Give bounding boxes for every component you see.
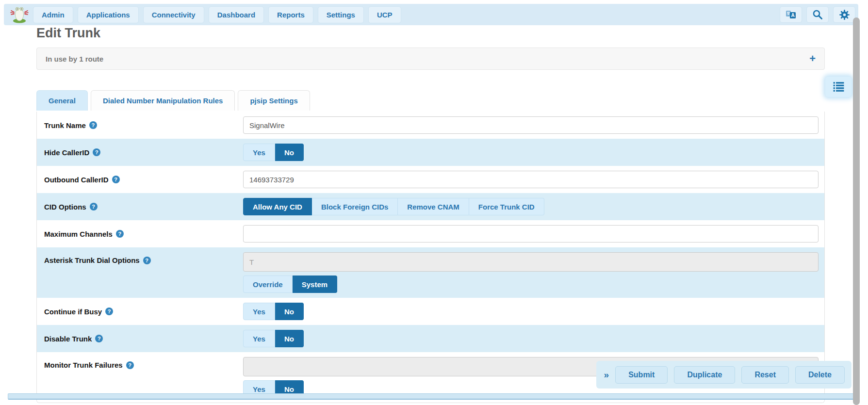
help-icon[interactable]: ? [95, 335, 103, 342]
nav-item-ucp[interactable]: UCP [368, 6, 401, 23]
top-navbar: Admin Applications Connectivity Dashboar… [4, 4, 858, 25]
cid-options-label: CID Options [44, 203, 86, 211]
help-icon[interactable]: ? [112, 176, 120, 183]
disable-trunk-label: Disable Trunk [44, 335, 92, 343]
freepbx-frog-logo[interactable] [10, 5, 29, 24]
help-icon[interactable]: ? [89, 121, 97, 129]
dial-options-toggle: Override System [243, 275, 819, 293]
submit-button[interactable]: Submit [615, 366, 668, 384]
maximum-channels-label: Maximum Channels [44, 230, 113, 238]
trunk-name-label: Trunk Name [44, 121, 86, 130]
gear-icon [838, 9, 851, 21]
disable-trunk-no-button[interactable]: No [275, 330, 304, 347]
dial-options-input [243, 252, 819, 272]
trunk-tabs: General Dialed Number Manipulation Rules… [36, 90, 310, 111]
general-tab-panel: Trunk Name ? Hide CallerID ? Yes No Outb… [36, 112, 825, 403]
cid-block-foreign-button[interactable]: Block Foreign CIDs [312, 198, 398, 215]
help-icon[interactable]: ? [105, 308, 113, 315]
language-button[interactable]: A [780, 6, 802, 23]
maximum-channels-row: Maximum Channels ? [37, 220, 824, 247]
continue-if-busy-row: Continue if Busy ? Yes No [37, 298, 824, 325]
freepbx-edit-trunk-page: Admin Applications Connectivity Dashboar… [0, 0, 868, 405]
hide-callerid-no-button[interactable]: No [275, 144, 304, 161]
cid-remove-cnam-button[interactable]: Remove CNAM [398, 198, 469, 215]
duplicate-button[interactable]: Duplicate [674, 366, 735, 384]
trunk-name-input[interactable] [243, 116, 819, 134]
dial-options-system-button[interactable]: System [293, 275, 337, 293]
help-icon[interactable]: ? [116, 230, 124, 238]
nav-item-settings[interactable]: Settings [318, 6, 364, 23]
side-list-toggle[interactable] [825, 77, 852, 97]
outbound-callerid-row: Outbound CallerID ? [37, 166, 824, 193]
hide-callerid-row: Hide CallerID ? Yes No [37, 139, 824, 166]
help-icon[interactable]: ? [126, 361, 134, 369]
action-bar: » Submit Duplicate Reset Delete [596, 361, 852, 389]
expand-plus-icon[interactable]: + [809, 53, 816, 64]
dial-options-row: Asterisk Trunk Dial Options ? Override S… [37, 247, 824, 298]
continue-if-busy-no-button[interactable]: No [275, 303, 304, 320]
cid-allow-any-button[interactable]: Allow Any CID [243, 198, 312, 215]
help-icon[interactable]: ? [143, 257, 151, 264]
cid-options-toggle: Allow Any CID Block Foreign CIDs Remove … [243, 198, 544, 215]
language-icon: A [785, 9, 797, 20]
outbound-callerid-label: Outbound CallerID [44, 176, 109, 184]
outbound-callerid-input[interactable] [243, 171, 819, 188]
usage-panel[interactable]: In use by 1 route + [36, 48, 825, 70]
delete-button[interactable]: Delete [795, 366, 845, 384]
usage-text: In use by 1 route [46, 55, 103, 63]
vertical-scrollbar[interactable] [853, 17, 860, 405]
cid-force-trunk-button[interactable]: Force Trunk CID [469, 198, 544, 215]
continue-if-busy-toggle: Yes No [243, 303, 304, 320]
hide-callerid-label: Hide CallerID [44, 148, 89, 157]
nav-item-reports[interactable]: Reports [268, 6, 313, 23]
tab-pjsip-settings[interactable]: pjsip Settings [238, 90, 310, 111]
trunk-name-label-wrap: Trunk Name ? [44, 121, 243, 130]
trunk-name-row: Trunk Name ? [37, 112, 824, 139]
help-icon[interactable]: ? [93, 148, 100, 156]
hide-callerid-toggle: Yes No [243, 144, 304, 161]
disable-trunk-yes-button[interactable]: Yes [243, 330, 275, 347]
nav-right-icons: A [780, 6, 855, 23]
monitor-trunk-failures-label: Monitor Trunk Failures [44, 361, 123, 369]
disable-trunk-row: Disable Trunk ? Yes No [37, 325, 824, 352]
svg-text:A: A [791, 13, 794, 18]
continue-if-busy-yes-button[interactable]: Yes [243, 303, 275, 320]
help-icon[interactable]: ? [90, 203, 98, 211]
settings-gear-button[interactable] [833, 6, 855, 23]
nav-menu: Admin Applications Connectivity Dashboar… [33, 6, 401, 23]
nav-item-connectivity[interactable]: Connectivity [143, 6, 204, 23]
dial-options-override-button[interactable]: Override [243, 275, 293, 293]
page-title: Edit Trunk [36, 26, 100, 41]
dial-options-label: Asterisk Trunk Dial Options [44, 256, 140, 264]
search-icon [812, 9, 823, 20]
bottom-panel-edge [8, 393, 859, 400]
nav-item-dashboard[interactable]: Dashboard [209, 6, 264, 23]
nav-item-applications[interactable]: Applications [78, 6, 139, 23]
tab-dialed-number-manipulation-rules[interactable]: Dialed Number Manipulation Rules [91, 90, 235, 111]
hide-callerid-yes-button[interactable]: Yes [243, 144, 275, 161]
cid-options-row: CID Options ? Allow Any CID Block Foreig… [37, 193, 824, 220]
list-icon [832, 81, 845, 93]
tab-general[interactable]: General [36, 90, 88, 111]
collapse-chevron-icon[interactable]: » [604, 370, 609, 380]
maximum-channels-input[interactable] [243, 225, 819, 243]
continue-if-busy-label: Continue if Busy [44, 308, 102, 316]
search-button[interactable] [806, 6, 829, 23]
reset-button[interactable]: Reset [741, 366, 789, 384]
disable-trunk-toggle: Yes No [243, 330, 304, 347]
nav-item-admin[interactable]: Admin [33, 6, 73, 23]
